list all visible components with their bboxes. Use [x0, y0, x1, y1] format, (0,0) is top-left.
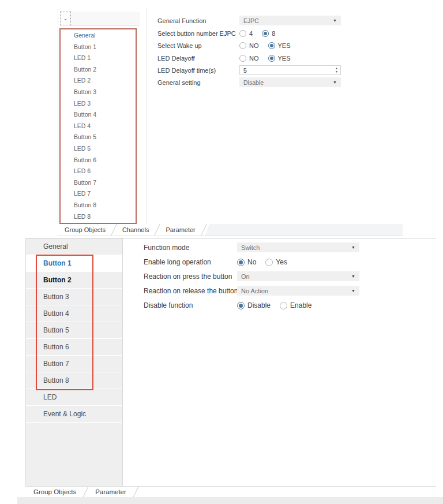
param-label: Enable long operation [144, 258, 211, 266]
radio-label: NO [249, 42, 259, 49]
radio-option-yes[interactable]: Yes [265, 258, 287, 266]
sidebar-item-button-2[interactable]: Button 2 [26, 272, 122, 288]
sidebar-item-button-7[interactable]: Button 7 [26, 356, 122, 372]
radio-icon[interactable] [239, 55, 246, 62]
param-row-button-number: Select button number EJPC 4 8 [157, 28, 400, 39]
radio-option-4[interactable]: 4 [239, 30, 253, 37]
tree-item-button-4[interactable]: Button 4 [61, 109, 136, 121]
param-label: General setting [157, 79, 201, 86]
radio-option-no[interactable]: NO [239, 42, 259, 49]
tree-item-led-1[interactable]: LED 1 [61, 53, 136, 64]
tree-item-led-8[interactable]: LED 8 [61, 211, 136, 223]
param-row-function-mode: Function mode Switch ▼ [144, 242, 426, 253]
function-mode-dropdown[interactable]: Switch ▼ [237, 242, 359, 252]
sidebar-item-button-1[interactable]: Button 1 [26, 255, 122, 271]
tree-item-button-6[interactable]: Button 6 [61, 155, 136, 166]
tab-group-objects[interactable]: Group Objects [25, 487, 84, 497]
tree-item-button-3[interactable]: Button 3 [61, 87, 136, 98]
radio-option-enable[interactable]: Enable [280, 301, 311, 309]
param-label: LED Delayoff time(s) [157, 67, 216, 74]
dropdown-value: No Action [241, 288, 268, 294]
general-function-dropdown[interactable]: EJPC ▼ [239, 16, 341, 25]
tree-item-led-4[interactable]: LED 4 [61, 121, 136, 132]
tree-item-led-6[interactable]: LED 6 [61, 166, 136, 177]
radio-icon[interactable] [280, 302, 287, 309]
tree-item-button-2[interactable]: Button 2 [61, 64, 136, 76]
radio-icon[interactable] [239, 42, 246, 49]
sidebar-item-button-6[interactable]: Button 6 [26, 339, 122, 355]
sidebar-item-led[interactable]: LED [26, 389, 122, 405]
spinner-value: 5 [240, 67, 335, 74]
spinner-buttons: ▲ ▼ [335, 67, 340, 73]
radio-label: Disable [247, 301, 271, 309]
dropdown-value: On [241, 273, 250, 280]
sidebar-item-general[interactable]: General [26, 238, 122, 255]
radio-selected-icon[interactable] [268, 42, 275, 49]
top-panel-divider [146, 8, 147, 224]
tree-item-button-7[interactable]: Button 7 [61, 177, 136, 189]
parameter-panel: General Button 1 Button 2 Button 3 Butto… [25, 238, 436, 487]
param-row-general-function: General Function EJPC ▼ [157, 16, 400, 26]
button-number-radio-group: 4 8 [239, 28, 341, 39]
radio-icon[interactable] [265, 259, 273, 266]
sidebar-filler [26, 423, 122, 486]
tab-parameter[interactable]: Parameter [159, 224, 202, 236]
tree-item-led-7[interactable]: LED 7 [61, 188, 136, 200]
param-row-general-setting: General setting Disable ▼ [157, 77, 400, 88]
tree-item-led-5[interactable]: LED 5 [61, 143, 136, 155]
bottom-tab-bar: Group Objects Parameter [25, 487, 210, 497]
tree-item-button-8[interactable]: Button 8 [61, 200, 136, 211]
press-reaction-dropdown[interactable]: On ▼ [237, 271, 359, 281]
sidebar-item-button-8[interactable]: Button 8 [26, 372, 122, 389]
radio-option-yes[interactable]: YES [268, 55, 291, 62]
radio-label: 8 [272, 30, 275, 37]
radio-option-yes[interactable]: YES [268, 42, 291, 49]
param-label: LED Delayoff [157, 55, 195, 62]
tab-parameter[interactable]: Parameter [87, 487, 134, 497]
param-row-delayoff-time: LED Delayoff time(s) 5 ▲ ▼ [157, 65, 400, 76]
param-label: General Function [157, 17, 206, 24]
param-label: Disable function [144, 301, 193, 309]
param-label: Select button number EJPC [157, 30, 236, 37]
radio-option-disable[interactable]: Disable [237, 301, 271, 309]
tree-item-led-2[interactable]: LED 2 [61, 75, 136, 87]
tab-channels[interactable]: Channels [115, 224, 156, 236]
top-tab-bar: Group Objects Channels Parameter [58, 224, 403, 236]
radio-selected-icon[interactable] [237, 259, 245, 266]
radio-icon[interactable] [239, 30, 246, 37]
tab-group-objects[interactable]: Group Objects [58, 224, 112, 236]
radio-label: NO [249, 55, 259, 62]
tree-item-button-1[interactable]: Button 1 [61, 42, 136, 53]
sidebar-item-button-5[interactable]: Button 5 [26, 322, 122, 338]
dropdown-value: EJPC [243, 17, 259, 24]
radio-option-no[interactable]: NO [239, 55, 259, 62]
param-row-disable-function: Disable function Disable Enable [144, 300, 426, 311]
radio-selected-icon[interactable] [268, 55, 275, 62]
tree-collapse-toggle[interactable]: - [60, 12, 71, 25]
release-reaction-dropdown[interactable]: No Action ▼ [237, 286, 359, 296]
spin-down-icon[interactable]: ▼ [335, 70, 338, 73]
sidebar-item-button-3[interactable]: Button 3 [26, 289, 122, 305]
param-row-release-reaction: Reaction on release the button No Action… [144, 286, 426, 296]
delayoff-time-spinner[interactable]: 5 ▲ ▼ [239, 65, 341, 75]
radio-option-no[interactable]: No [237, 258, 256, 266]
tree-panel-left-border [58, 8, 58, 224]
wake-up-radio-group: NO YES [239, 40, 341, 51]
radio-label: Enable [290, 301, 311, 309]
sidebar-item-button-4[interactable]: Button 4 [26, 305, 122, 322]
tree-item-led-3[interactable]: LED 3 [61, 98, 136, 110]
param-row-press-reaction: Reaction on press the button On ▼ [144, 271, 426, 282]
dropdown-value: Switch [241, 244, 260, 251]
disable-function-radio-group: Disable Enable [237, 300, 359, 311]
radio-selected-icon[interactable] [262, 30, 269, 37]
chevron-down-icon: ▼ [333, 80, 337, 84]
radio-selected-icon[interactable] [237, 302, 245, 309]
channel-tree-list: General Button 1 LED 1 Button 2 LED 2 Bu… [61, 30, 136, 222]
sidebar-item-event-logic[interactable]: Event & Logic [26, 406, 122, 422]
tree-item-button-5[interactable]: Button 5 [61, 132, 136, 143]
chevron-down-icon: ▼ [351, 289, 355, 293]
radio-option-8[interactable]: 8 [262, 30, 275, 37]
general-setting-dropdown[interactable]: Disable ▼ [239, 77, 341, 87]
radio-label: No [247, 258, 256, 266]
tree-item-general[interactable]: General [61, 30, 136, 42]
